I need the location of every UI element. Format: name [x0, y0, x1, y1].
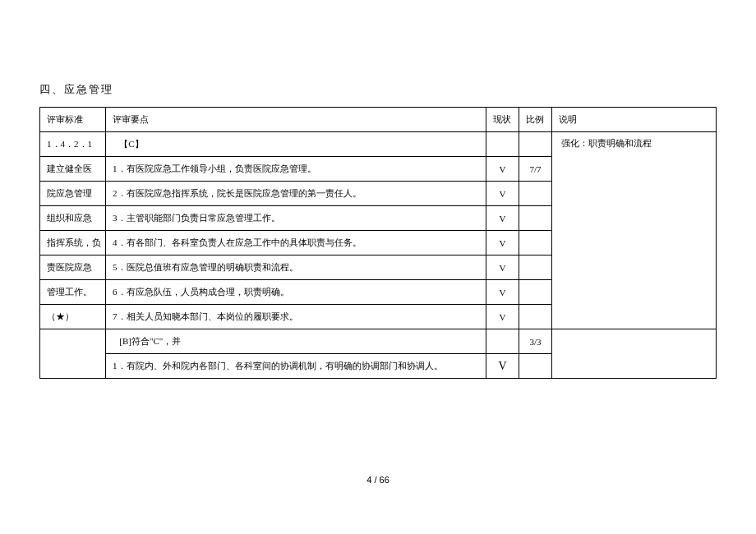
- status-cell: V: [486, 305, 519, 329]
- page-footer: 4 / 66: [0, 475, 756, 485]
- criteria-empty: [40, 329, 106, 379]
- ratio-cell: [519, 132, 552, 157]
- status-cell: [486, 132, 519, 157]
- point-text: 4．有各部门、各科室负责人在应急工作中的具体职责与任务。: [106, 231, 486, 255]
- section-c-label: 【C】: [106, 132, 486, 157]
- point-text: 7．相关人员知晓本部门、本岗位的履职要求。: [106, 305, 486, 329]
- point-text: 3．主管职能部门负责日常应急管理工作。: [106, 206, 486, 231]
- ratio-cell: [519, 182, 552, 206]
- note-cell: [552, 329, 717, 379]
- ratio-cell: [519, 206, 552, 231]
- criteria-code-cell: 1．4．2．1: [40, 132, 106, 157]
- point-text: 1．有医院应急工作领导小组，负责医院应急管理。: [106, 157, 486, 182]
- header-ratio: 比例: [519, 108, 552, 132]
- header-status: 现状: [486, 108, 519, 132]
- status-cell: [486, 329, 519, 354]
- criteria-line: 院应急管理: [40, 182, 106, 206]
- status-cell: V: [486, 280, 519, 305]
- criteria-line: 建立健全医: [40, 157, 106, 182]
- ratio-cell: 3/3: [519, 329, 552, 354]
- header-note: 说明: [552, 108, 717, 132]
- point-text: 5．医院总值班有应急管理的明确职责和流程。: [106, 255, 486, 280]
- status-cell: V: [486, 157, 519, 182]
- evaluation-table: 评审标准 评审要点 现状 比例 说明 1．4．2．1 【C】 强化：职责明确和流…: [39, 107, 717, 379]
- criteria-line: （★）: [40, 305, 106, 329]
- table-row: [B]符合"C"，并 3/3: [40, 329, 717, 354]
- status-cell: V: [486, 182, 519, 206]
- criteria-line: 责医院应急: [40, 255, 106, 280]
- status-cell: V: [486, 231, 519, 255]
- table-row: 1．4．2．1 【C】 强化：职责明确和流程: [40, 132, 717, 157]
- ratio-cell: [519, 255, 552, 280]
- status-cell: V: [486, 354, 519, 379]
- status-cell: V: [486, 206, 519, 231]
- status-cell: V: [486, 255, 519, 280]
- header-criteria: 评审标准: [40, 108, 106, 132]
- section-title: 四、应急管理: [39, 82, 717, 97]
- header-points: 评审要点: [106, 108, 486, 132]
- section-b-label: [B]符合"C"，并: [106, 329, 486, 354]
- criteria-line: 管理工作。: [40, 280, 106, 305]
- criteria-line: 指挥系统，负: [40, 231, 106, 255]
- table-header-row: 评审标准 评审要点 现状 比例 说明: [40, 108, 717, 132]
- note-cell: 强化：职责明确和流程: [552, 132, 717, 329]
- criteria-line: 组织和应急: [40, 206, 106, 231]
- ratio-cell: [519, 231, 552, 255]
- point-text: 2．有医院应急指挥系统，院长是医院应急管理的第一责任人。: [106, 182, 486, 206]
- point-text: 6．有应急队伍，人员构成合理，职责明确。: [106, 280, 486, 305]
- ratio-cell: [519, 280, 552, 305]
- point-text: 1．有院内、外和院内各部门、各科室间的协调机制，有明确的协调部门和协调人。: [106, 354, 486, 379]
- ratio-cell: [519, 305, 552, 329]
- ratio-cell: 7/7: [519, 157, 552, 182]
- ratio-cell: [519, 354, 552, 379]
